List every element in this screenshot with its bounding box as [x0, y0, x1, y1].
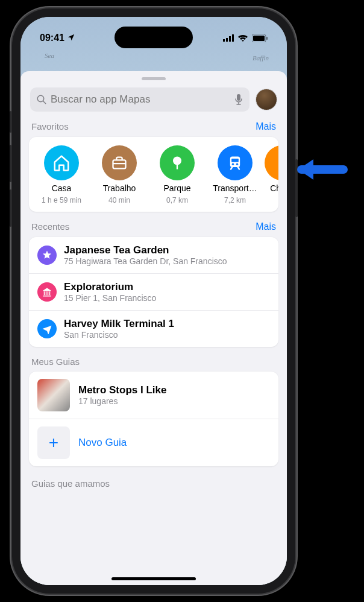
favorites-row[interactable]: Casa 1 h e 59 min Trabalho 40 min [29, 137, 278, 212]
recent-item[interactable]: Harvey Milk Terminal 1 San Francisco [29, 311, 278, 347]
map-label: Sea [45, 52, 54, 59]
favorite-home[interactable]: Casa 1 h e 59 min [33, 145, 90, 204]
plane-icon [37, 319, 57, 338]
guides-header: Meus Guias [31, 356, 80, 367]
guide-sub: 17 lugares [78, 396, 166, 406]
recent-sub: 75 Hagiwara Tea Garden Dr, San Francisco [64, 256, 227, 266]
guide-title: Metro Stops I Like [78, 384, 166, 396]
phone-screen: Sea Baffin 09:41 [20, 17, 287, 585]
museum-icon [37, 282, 57, 302]
callout-arrow-icon [295, 154, 356, 185]
briefcase-icon [102, 145, 137, 180]
phone-frame: Sea Baffin 09:41 [12, 8, 295, 594]
svg-rect-2 [229, 36, 231, 42]
svg-rect-12 [177, 164, 178, 169]
favorite-label: Cha… [270, 183, 278, 193]
recent-item[interactable]: Japanese Tea Garden 75 Hagiwara Tea Gard… [29, 237, 278, 274]
search-field[interactable] [30, 87, 249, 112]
home-indicator[interactable] [111, 577, 196, 580]
svg-rect-3 [232, 34, 234, 42]
favorite-sub: 1 h e 59 min [42, 196, 81, 204]
tree-icon [160, 145, 195, 180]
favorite-work[interactable]: Trabalho 40 min [90, 145, 148, 204]
dynamic-island [115, 27, 193, 48]
transit-icon [218, 145, 253, 180]
star-icon [37, 246, 57, 265]
favorites-card: Casa 1 h e 59 min Trabalho 40 min [29, 137, 278, 212]
map-label: Baffin [253, 54, 269, 62]
volume-up-button [10, 145, 12, 182]
recent-title: Harvey Milk Terminal 1 [64, 318, 174, 330]
favorite-sub: 40 min [108, 196, 130, 204]
svg-point-11 [173, 157, 181, 165]
loved-guides-header: Guias que amamos [20, 466, 287, 489]
guide-item[interactable]: Metro Stops I Like 17 lugares [29, 372, 278, 419]
recent-item[interactable]: Exploratorium 15 Pier 1, San Francisco [29, 274, 278, 311]
svg-point-15 [236, 163, 239, 166]
volume-down-button [10, 189, 12, 227]
sheet-handle[interactable] [142, 77, 166, 80]
recents-header: Recentes [31, 221, 69, 232]
status-time: 09:41 [40, 33, 75, 43]
svg-rect-9 [237, 94, 240, 101]
guide-thumbnail [37, 379, 70, 411]
favorite-label: Transport… [213, 183, 257, 193]
favorite-label: Casa [52, 183, 72, 193]
mic-icon[interactable] [234, 93, 243, 106]
search-input[interactable] [51, 93, 230, 106]
home-icon [44, 145, 79, 180]
favorite-sub: 0,7 km [166, 196, 188, 204]
recents-more-link[interactable]: Mais [256, 221, 276, 232]
location-arrow-icon [67, 33, 75, 42]
svg-rect-5 [253, 36, 265, 41]
recent-title: Japanese Tea Garden [64, 244, 227, 256]
guides-card: Metro Stops I Like 17 lugares + Novo Gui… [29, 372, 278, 466]
favorite-label: Trabalho [103, 183, 136, 193]
cellular-icon [223, 34, 234, 42]
plus-icon: + [37, 426, 70, 459]
recent-title: Exploratorium [64, 281, 156, 293]
favorites-more-link[interactable]: Mais [256, 121, 276, 132]
svg-rect-1 [226, 38, 228, 42]
search-sheet[interactable]: Favoritos Mais Casa 1 h e 59 min [20, 71, 287, 585]
recents-card: Japanese Tea Garden 75 Hagiwara Tea Gard… [29, 237, 278, 347]
profile-avatar[interactable] [256, 89, 277, 110]
favorite-label: Parque [163, 183, 190, 193]
svg-rect-16 [231, 159, 239, 162]
svg-rect-0 [223, 39, 225, 42]
recent-sub: San Francisco [64, 330, 174, 340]
favorite-transit[interactable]: Transport… 7,2 km [206, 145, 264, 204]
pin-icon [265, 145, 278, 180]
favorite-park[interactable]: Parque 0,7 km [148, 145, 206, 204]
ringer-switch [10, 111, 12, 133]
favorite-sub: 7,2 km [224, 196, 246, 204]
search-icon [36, 94, 47, 105]
favorite-item[interactable]: Cha… 3, [264, 145, 278, 204]
new-guide-button[interactable]: + Novo Guia [29, 419, 278, 466]
svg-point-14 [232, 163, 234, 166]
battery-icon [252, 34, 268, 42]
recent-sub: 15 Pier 1, San Francisco [64, 293, 156, 303]
wifi-icon [237, 34, 248, 42]
svg-rect-6 [266, 37, 268, 40]
svg-line-8 [43, 101, 46, 104]
new-guide-label: Novo Guia [78, 437, 127, 449]
svg-rect-10 [113, 160, 126, 168]
favorites-header: Favoritos [31, 121, 69, 131]
